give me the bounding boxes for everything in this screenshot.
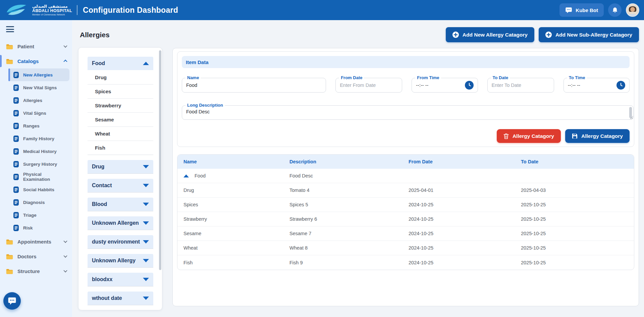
- sidebar-subitem[interactable]: New Vital Signs: [8, 81, 69, 94]
- sidebar-subitem[interactable]: Allergies: [8, 94, 69, 107]
- table-row[interactable]: Sesame Sesame 7 2024-10-25 2025-10-25: [177, 226, 634, 241]
- category-group: dusty environment: [88, 235, 153, 249]
- document-icon: [13, 174, 19, 180]
- sidebar-subitem[interactable]: Surgery History: [8, 158, 69, 170]
- document-icon: [13, 187, 19, 193]
- category-header[interactable]: Blood: [88, 198, 153, 211]
- to-date-input[interactable]: [492, 83, 550, 88]
- category-header[interactable]: Drug: [88, 160, 153, 173]
- avatar[interactable]: [626, 3, 639, 17]
- textarea-resize-handle[interactable]: [630, 116, 633, 119]
- category-subitem[interactable]: Spices: [88, 84, 153, 98]
- cell-from-date: 2024-10-25: [409, 245, 521, 251]
- sidebar-subitem[interactable]: Physical Examination: [8, 170, 69, 183]
- table-row[interactable]: Wheat Wheat 8 2024-10-25 2025-10-25: [177, 241, 634, 255]
- save-allergy-category-button[interactable]: Allergy Catagory: [565, 129, 630, 143]
- sidebar-subitem[interactable]: Triage: [8, 209, 69, 221]
- category-label: wthout date: [92, 295, 122, 301]
- chevron-down-icon: [63, 44, 67, 48]
- sidebar-item-doctors[interactable]: Doctors: [0, 249, 72, 264]
- category-header[interactable]: Unknown Allergy: [88, 254, 153, 267]
- panel-scrollbar-thumb[interactable]: [159, 50, 161, 270]
- category-header[interactable]: Food: [88, 57, 153, 70]
- cell-description: Sesame 7: [289, 231, 409, 236]
- cell-description: Wheat 8: [289, 245, 409, 251]
- from-date-field: From Date: [335, 78, 402, 93]
- sidebar-item-structure[interactable]: Structure: [0, 264, 72, 278]
- from-date-input[interactable]: [340, 83, 398, 88]
- sidebar-item-patient[interactable]: Patient: [0, 39, 72, 54]
- category-subitem[interactable]: Drug: [88, 70, 153, 84]
- notifications-button[interactable]: [608, 3, 622, 17]
- chevron-down-icon: [63, 239, 67, 243]
- cell-name-text: Fish: [183, 260, 193, 265]
- category-subitem[interactable]: Sesame: [88, 112, 153, 126]
- from-time-input[interactable]: [416, 83, 465, 88]
- category-subitem-label: Fish: [95, 145, 105, 151]
- to-time-picker-button[interactable]: [616, 81, 625, 90]
- category-subitem[interactable]: Fish: [88, 141, 153, 155]
- hamburger-menu-button[interactable]: [6, 26, 15, 32]
- document-icon: [13, 161, 19, 167]
- sidebar-subitem[interactable]: Medical History: [8, 145, 69, 158]
- caret-down-icon: [143, 221, 149, 225]
- to-time-input[interactable]: [568, 83, 616, 88]
- name-input[interactable]: [186, 83, 322, 88]
- table-row[interactable]: Drug Tomato 4 2025-04-01 2025-04-03: [177, 183, 634, 198]
- collapsed-category-groups: Drug Contact Blood Unknown: [88, 160, 153, 305]
- table-row[interactable]: Fish Fish 9 2024-10-25 2025-10-25: [177, 255, 634, 270]
- cell-name: Food: [183, 173, 289, 178]
- table-row[interactable]: Strawberry Strawberry 6 2024-10-25 2025-…: [177, 212, 634, 226]
- name-field: Name: [182, 78, 326, 93]
- column-header-description: Description: [289, 159, 409, 164]
- sidebar-subitem[interactable]: Risk: [8, 221, 69, 234]
- table-row[interactable]: Spices Spices 5 2024-10-25 2025-10-25: [177, 198, 634, 212]
- category-group: Blood: [88, 198, 153, 211]
- add-allergy-category-button[interactable]: Add New Allergy Catagory: [446, 27, 534, 42]
- column-header-from-date: From Date: [409, 159, 521, 164]
- folder-icon: [6, 58, 13, 64]
- category-label: Food: [92, 60, 105, 66]
- sidebar-item-appointments[interactable]: Appointments: [0, 234, 72, 249]
- add-sub-allergy-category-label: Add New Sub-Allergy Catagory: [555, 32, 632, 38]
- sidebar-subitem[interactable]: Diagnosis: [8, 196, 69, 209]
- sidebar-subitem[interactable]: New Allergies: [8, 68, 69, 81]
- delete-allergy-category-button[interactable]: Allergy Catagory: [497, 129, 561, 143]
- sidebar-subitem-label: Family History: [23, 136, 54, 141]
- sidebar-subitem-label: Risk: [23, 225, 33, 230]
- from-time-picker-button[interactable]: [465, 81, 474, 90]
- caret-down-icon: [143, 240, 149, 244]
- category-label: Contact: [92, 182, 112, 189]
- sidebar-subitem-label: New Allergies: [23, 72, 53, 77]
- row-collapse-caret-icon[interactable]: [183, 174, 189, 177]
- sidebar-subitem[interactable]: Social Habbits: [8, 183, 69, 196]
- category-header[interactable]: bloodxx: [88, 273, 153, 286]
- caret-down-icon: [143, 259, 149, 262]
- sidebar-subitem[interactable]: Ranges: [8, 119, 69, 132]
- add-sub-allergy-category-button[interactable]: Add New Sub-Allergy Catagory: [539, 27, 639, 42]
- folder-icon: [6, 239, 13, 245]
- sidebar-subitem[interactable]: Family History: [8, 132, 69, 145]
- category-label: dusty environment: [92, 239, 140, 245]
- cell-name: Spices: [183, 202, 289, 207]
- sidebar-subitem[interactable]: Vital Signs: [8, 107, 69, 119]
- sidebar-subitem-label: Social Habbits: [23, 187, 54, 192]
- long-description-input[interactable]: Food Desc: [182, 106, 633, 119]
- sidebar-item-catalogs[interactable]: Catalogs: [0, 54, 72, 68]
- sidebar-subitem-label: Medical History: [23, 149, 57, 154]
- cell-name: Fish: [183, 260, 289, 265]
- cell-name-text: Strawberry: [183, 216, 207, 222]
- trash-icon: [503, 133, 509, 139]
- chat-fab-button[interactable]: [3, 292, 21, 310]
- category-header[interactable]: Contact: [88, 179, 153, 192]
- category-subitem[interactable]: Wheat: [88, 126, 153, 141]
- table-row[interactable]: Food Food Desc: [177, 169, 634, 183]
- category-subitem[interactable]: Strawberry: [88, 98, 153, 112]
- category-header[interactable]: Unknown Allergen: [88, 216, 153, 230]
- long-description-label: Long Description: [185, 103, 225, 108]
- document-icon: [13, 123, 19, 129]
- kube-bot-button[interactable]: Kube Bot: [559, 3, 604, 17]
- panel-scrollbar: [159, 50, 161, 307]
- category-header[interactable]: dusty environment: [88, 235, 153, 249]
- category-header[interactable]: wthout date: [88, 292, 153, 305]
